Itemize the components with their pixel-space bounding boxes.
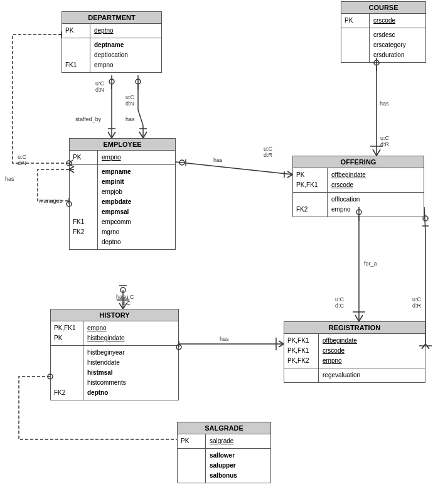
salgrade-title: SALGRADE — [178, 422, 270, 434]
dept-fk1-label: FK1 — [65, 60, 87, 70]
svg-line-4 — [112, 132, 115, 138]
reg-crscode: crscode — [323, 346, 357, 356]
svg-line-52 — [279, 344, 284, 347]
emp-pk1: PK — [73, 153, 94, 163]
uC-dept-emp1: u:C — [95, 80, 104, 87]
entity-history: HISTORY PK,FK1 PK empno histbegindate FK… — [50, 309, 179, 400]
svg-point-30 — [179, 160, 184, 165]
entity-registration: REGISTRATION PK,FK1 PK,FK1 PK,FK2 offbeg… — [284, 321, 425, 383]
label-course-has: has — [380, 100, 389, 107]
course-crscategory: crscategory — [373, 40, 406, 50]
svg-line-12 — [143, 132, 147, 138]
svg-line-9 — [138, 110, 143, 126]
svg-point-6 — [109, 79, 114, 84]
reg-pk1: PK,FK1 — [287, 336, 315, 346]
emp-empmsal: empmsal — [102, 207, 131, 217]
label-has-emp-offering: has — [213, 157, 223, 163]
emp-fk2-label: FK2 — [73, 227, 94, 237]
dept-pk1: PK — [65, 26, 87, 36]
dept-title: DEPARTMENT — [62, 12, 161, 24]
label-has-dept-emp: has — [126, 116, 135, 122]
offering-offlocation: offlocation — [331, 195, 360, 205]
history-histenddate: histenddate — [87, 358, 126, 368]
entity-offering: OFFERING PK PK,FK1 offbegindate crscode … — [292, 156, 424, 217]
history-fk2-label: FK2 — [54, 388, 80, 398]
history-deptno: deptno — [87, 388, 126, 398]
dN-dept-emp1: d:N — [95, 87, 104, 93]
emp-empname: empname — [102, 167, 131, 177]
label-has-emp-history: hasu:C — [116, 294, 134, 300]
history-histmsal: histmsal — [87, 368, 126, 378]
svg-line-62 — [425, 344, 429, 349]
uC-has-left: u:C — [18, 154, 26, 160]
emp-empcomm: empcomm — [102, 217, 131, 227]
uC-dept-emp2: u:C — [126, 94, 134, 100]
label-has-outer: has — [5, 176, 14, 182]
history-histbegindate: histbegindate — [87, 333, 125, 343]
reg-offbegindate: offbegindate — [323, 336, 357, 346]
entity-department: DEPARTMENT PK deptno FK1 deptname deptlo… — [61, 11, 162, 73]
svg-line-11 — [139, 132, 143, 138]
svg-line-3 — [108, 132, 112, 138]
history-title: HISTORY — [51, 309, 178, 321]
offering-crscode: crscode — [331, 180, 366, 190]
offering-pk2: PK,FK1 — [296, 180, 324, 190]
course-crscode: crscode — [373, 16, 395, 26]
svg-line-40 — [359, 315, 363, 321]
salgrade-salgrade: salgrade — [210, 436, 233, 446]
svg-point-14 — [136, 79, 141, 84]
label-staffed-by: staffed_by — [75, 116, 101, 122]
course-crsdesc: crsdesc — [373, 30, 406, 40]
offering-fk2-label: FK2 — [296, 205, 324, 215]
svg-line-28 — [287, 174, 292, 178]
dept-deptno: deptno — [94, 26, 114, 36]
emp-fk1-label: FK1 — [73, 217, 94, 227]
salgrade-pk1: PK — [181, 436, 202, 446]
course-title: COURSE — [341, 2, 425, 14]
svg-line-39 — [355, 315, 359, 321]
uC-dR-course-offering: u:C — [380, 135, 389, 141]
course-crsduration: crsduration — [373, 50, 406, 60]
svg-line-33 — [373, 149, 377, 156]
emp-empjob: empjob — [102, 187, 131, 197]
label-has-emp-history2: d:C — [122, 300, 131, 306]
uC-for-a1: u:C — [335, 296, 344, 303]
registration-title: REGISTRATION — [284, 322, 425, 334]
svg-line-58 — [424, 207, 425, 232]
emp-empinit: empinit — [102, 177, 131, 187]
dR-course-offering: d:R — [380, 141, 389, 147]
salgrade-sallower: sallower — [210, 451, 237, 461]
dN-dept-emp2: d:N — [126, 100, 134, 107]
reg-pk3: PK,FK2 — [287, 356, 315, 366]
label-for-a: for_a — [364, 260, 377, 267]
emp-empno: empno — [102, 153, 121, 163]
uC-emp-offering: u:C — [264, 146, 272, 152]
course-pk1: PK — [345, 16, 366, 26]
history-pk1: PK,FK1 — [54, 323, 80, 333]
dept-deptname: deptname — [94, 40, 128, 50]
label-manages: manages — [39, 198, 62, 204]
offering-title: OFFERING — [293, 156, 424, 168]
history-pk2: PK — [54, 333, 80, 343]
svg-line-51 — [279, 341, 284, 344]
offering-pk1: PK — [296, 170, 324, 180]
uC-for-a2: u:C — [412, 296, 421, 303]
history-empno: empno — [87, 323, 125, 333]
svg-point-49 — [120, 287, 126, 292]
svg-line-34 — [377, 149, 380, 156]
history-histbeginyear: histbeginyear — [87, 348, 126, 358]
salgrade-salbonus: salbonus — [210, 471, 237, 481]
reg-empno: empno — [323, 356, 357, 366]
label-has-hist-reg: has — [220, 336, 229, 342]
entity-employee: EMPLOYEE PK empno FK1 FK2 empname empini… — [69, 138, 176, 250]
svg-line-26 — [176, 162, 292, 174]
entity-course: COURSE PK crscode crsdesc crscategory cr… — [341, 1, 426, 63]
reg-pk2: PK,FK1 — [287, 346, 315, 356]
emp-title: EMPLOYEE — [70, 139, 175, 151]
entity-salgrade: SALGRADE PK salgrade sallower salupper s… — [177, 422, 271, 483]
dept-deptlocation: deptlocation — [94, 50, 128, 60]
offering-empno: empno — [331, 205, 360, 215]
offering-offbegindate: offbegindate — [331, 170, 366, 180]
salgrade-salupper: salupper — [210, 461, 237, 471]
history-histcomments: histcomments — [87, 378, 126, 388]
